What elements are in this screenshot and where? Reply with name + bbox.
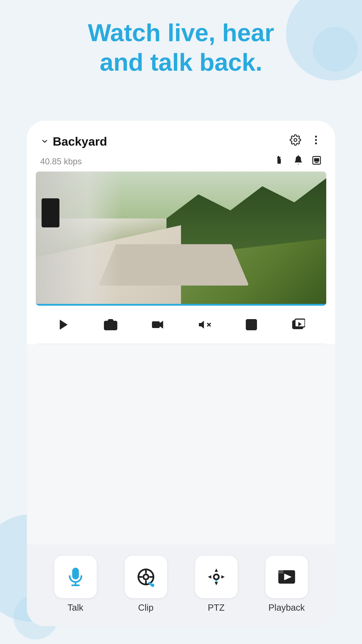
chevron-down-icon[interactable] (40, 137, 49, 146)
camera-feed-icon[interactable] (312, 155, 322, 168)
svg-rect-8 (314, 158, 319, 162)
ptz-button-icon (195, 556, 238, 598)
playback-button[interactable]: Playback (266, 556, 308, 613)
svg-marker-10 (60, 320, 68, 330)
svg-marker-13 (160, 321, 163, 329)
headline: Watch live, hear and talk back. (0, 18, 362, 77)
svg-marker-14 (199, 321, 204, 329)
gallery-button[interactable] (241, 314, 261, 335)
alarm-icon[interactable] (293, 155, 304, 168)
clip-button-label: Clip (138, 603, 153, 613)
settings-icon[interactable] (290, 134, 301, 148)
clip-button[interactable]: Clip (125, 556, 167, 613)
ptz-button[interactable]: PTZ (195, 556, 238, 613)
svg-point-25 (143, 574, 148, 580)
svg-point-3 (315, 142, 317, 144)
svg-point-18 (249, 322, 251, 324)
svg-point-2 (315, 139, 317, 141)
header-icons (290, 134, 322, 148)
svg-rect-4 (278, 158, 281, 164)
record-button[interactable] (147, 314, 168, 335)
scene-pillar (36, 172, 123, 306)
svg-point-31 (151, 584, 154, 587)
camera-controls (27, 306, 335, 344)
headline-line1: Watch live, hear (22, 18, 340, 48)
camera-header: Backyard (27, 134, 335, 153)
playback-button-label: Playback (268, 603, 305, 613)
snapshot-button[interactable] (100, 314, 121, 335)
headline-line2: and talk back. (22, 48, 340, 77)
content-area (27, 344, 335, 544)
bottom-buttons: Talk Clip (27, 544, 335, 626)
video-progress-bar (36, 304, 326, 306)
camera-name-label: Backyard (53, 134, 107, 148)
svg-point-1 (315, 136, 317, 138)
flashlight-icon[interactable] (275, 155, 285, 168)
status-bar: 40.85 kbps (27, 153, 335, 172)
svg-point-32 (214, 574, 219, 580)
status-icons (275, 155, 322, 168)
svg-rect-12 (152, 321, 160, 328)
playback-button-icon (266, 556, 308, 598)
talk-button[interactable]: Talk (54, 556, 97, 613)
svg-rect-35 (278, 570, 283, 574)
svg-point-0 (294, 139, 297, 142)
kbps-label: 40.85 kbps (40, 157, 82, 166)
audio-button[interactable] (194, 314, 215, 335)
playback-gallery-button[interactable] (288, 314, 308, 335)
svg-line-30 (149, 583, 151, 584)
video-placeholder (36, 172, 326, 306)
ptz-button-label: PTZ (208, 603, 225, 613)
camera-name-container: Backyard (40, 134, 107, 148)
more-options-icon[interactable] (310, 134, 322, 148)
talk-button-label: Talk (67, 603, 83, 613)
svg-point-11 (108, 323, 113, 328)
phone-card: Backyard 40.85 kbps (27, 121, 335, 626)
video-feed[interactable] (36, 172, 326, 306)
play-button[interactable] (54, 314, 74, 335)
talk-button-icon (54, 556, 97, 598)
clip-button-icon (125, 556, 167, 598)
scene-lantern (41, 198, 59, 228)
